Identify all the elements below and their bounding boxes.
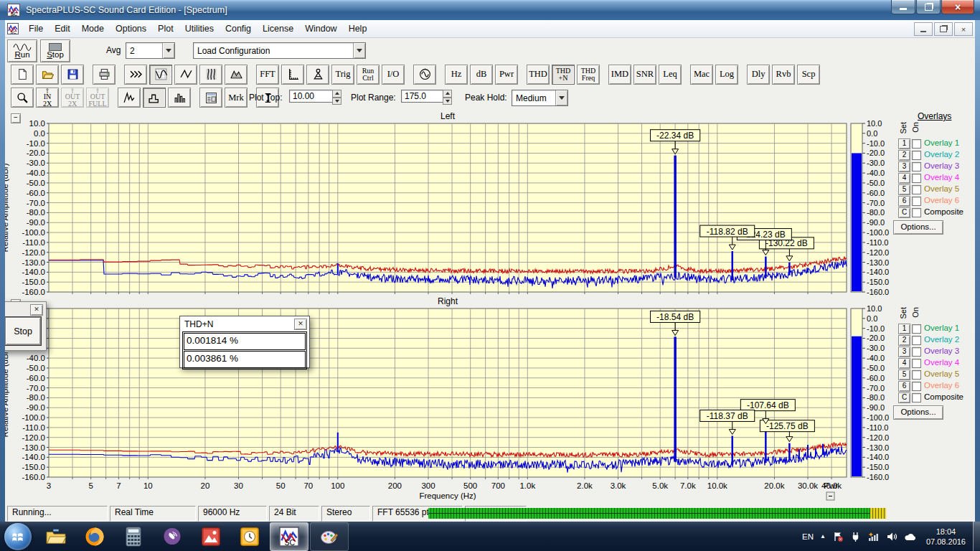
power-button[interactable]: Pwr	[495, 65, 518, 85]
avg-select[interactable]: 2	[126, 42, 175, 59]
signal-generator-button[interactable]	[413, 65, 436, 85]
save-button[interactable]	[61, 65, 84, 85]
close-button[interactable]: ×	[941, 0, 974, 14]
overlay-checkbox-2[interactable]	[912, 151, 921, 160]
taskbar-windows-explorer[interactable]	[37, 523, 75, 550]
clock[interactable]: 18:04 07.08.2016	[926, 527, 966, 547]
show-desktop-button[interactable]	[973, 522, 980, 551]
overlay-set-button-6[interactable]: 6	[898, 196, 910, 207]
menu-mode[interactable]: Mode	[76, 22, 110, 36]
overlays-options-button[interactable]: Options...	[893, 405, 943, 420]
macro-button[interactable]: Mac	[690, 65, 713, 85]
thdn-close-button[interactable]: ✕	[294, 319, 307, 330]
bar-display-button[interactable]	[143, 88, 166, 108]
overlay-checkbox-3[interactable]	[912, 347, 921, 357]
menu-help[interactable]: Help	[343, 22, 373, 36]
plot-top-spinner[interactable]	[332, 90, 341, 105]
plot-top-input[interactable]	[289, 90, 334, 103]
minimize-button[interactable]	[891, 0, 915, 14]
overlay-set-button-3[interactable]: 3	[898, 347, 910, 357]
delay-button[interactable]: Dly	[747, 65, 770, 85]
spectrogram-button[interactable]	[199, 65, 222, 85]
overlay-set-button-4[interactable]: 4	[898, 358, 910, 369]
overlay-checkbox-1[interactable]	[912, 139, 921, 149]
overlay-set-button-2[interactable]: 2	[898, 335, 910, 346]
histogram-button[interactable]	[168, 88, 191, 108]
overlay-checkbox-6[interactable]	[912, 382, 921, 391]
taskbar-picture-app[interactable]	[192, 523, 230, 550]
triggering-button[interactable]: Trig	[331, 65, 354, 85]
overlay-checkbox-C[interactable]	[912, 393, 921, 402]
action-center-flag-icon[interactable]	[832, 531, 844, 542]
menu-plot[interactable]: Plot	[152, 22, 179, 36]
mdi-restore-button[interactable]	[934, 22, 953, 36]
taskbar-calculator[interactable]	[115, 523, 152, 550]
zoom-out-full-button[interactable]: OUTFULL	[86, 88, 109, 108]
overlay-set-button-C[interactable]: C	[898, 392, 910, 403]
overlay-set-button-6[interactable]: 6	[898, 381, 910, 392]
taskbar-outlook[interactable]	[231, 523, 268, 550]
taskbar-paint[interactable]	[310, 522, 349, 551]
taskbar-viber[interactable]	[154, 523, 191, 550]
overlay-checkbox-2[interactable]	[912, 336, 921, 345]
menu-config[interactable]: Config	[220, 22, 257, 36]
overlay-checkbox-4[interactable]	[912, 174, 921, 183]
run-control-button[interactable]: RunCtrl	[357, 65, 380, 85]
load-configuration-select[interactable]: Load Configuration	[193, 42, 366, 59]
calibration-button[interactable]	[306, 65, 329, 85]
load-configuration-dropdown-arrow[interactable]	[353, 43, 365, 58]
overlay-set-button-3[interactable]: 3	[898, 161, 910, 172]
open-button[interactable]	[36, 65, 59, 85]
menu-window[interactable]: Window	[299, 22, 342, 36]
stop-window-stop-button[interactable]: Stop	[5, 317, 41, 345]
leq-button[interactable]: Leq	[659, 65, 682, 85]
print-button[interactable]	[93, 65, 116, 85]
scaling-button[interactable]	[281, 65, 304, 85]
scope-button[interactable]: Scp	[797, 65, 820, 85]
time-series-button[interactable]	[174, 65, 197, 85]
overlay-checkbox-1[interactable]	[912, 324, 921, 334]
restore-button[interactable]	[916, 0, 941, 14]
menu-file[interactable]: File	[23, 22, 49, 36]
menu-utilities[interactable]: Utilities	[179, 22, 220, 36]
overlay-checkbox-4[interactable]	[912, 359, 921, 368]
reverb-button[interactable]: Rvb	[772, 65, 795, 85]
mdi-close-button[interactable]: ×	[954, 22, 973, 36]
frequency-button[interactable]: Hz	[445, 65, 468, 85]
surface-plot-button[interactable]	[225, 65, 248, 85]
taskbar-firefox[interactable]	[76, 523, 113, 550]
overlay-checkbox-6[interactable]	[912, 197, 921, 206]
peak-hold-dropdown-arrow[interactable]	[555, 90, 567, 105]
zoom-button[interactable]	[11, 88, 34, 108]
logging-button[interactable]: Log	[715, 65, 738, 85]
overlay-set-button-5[interactable]: 5	[898, 369, 910, 380]
taskbar-spectraplus-sc[interactable]	[270, 522, 308, 551]
thd-n-button[interactable]: THD+N	[552, 65, 575, 85]
thd-freq-button[interactable]: THDFreq	[577, 65, 600, 85]
cloud-icon[interactable]	[904, 532, 917, 542]
run-button[interactable]: Run	[7, 39, 37, 62]
zoom-out-2x-button[interactable]: OUT2X	[61, 88, 84, 108]
speaker-icon[interactable]	[886, 531, 897, 542]
overlay-set-button-5[interactable]: 5	[898, 184, 910, 195]
new-button[interactable]	[11, 65, 34, 85]
thd-button[interactable]: THD	[527, 65, 550, 85]
markers-button[interactable]: Mrk	[225, 88, 248, 108]
zoom-in-2x-button[interactable]: IN2X	[36, 88, 59, 108]
overlay-set-button-1[interactable]: 1	[898, 138, 910, 149]
overlay-set-button-4[interactable]: 4	[898, 173, 910, 184]
plot-range-spinner[interactable]	[443, 90, 452, 105]
mdi-minimize-button[interactable]	[914, 22, 933, 36]
menu-license[interactable]: License	[257, 22, 299, 36]
stop-window-close-button[interactable]: ✕	[30, 304, 43, 316]
overlay-set-button-C[interactable]: C	[898, 207, 910, 218]
start-button[interactable]	[4, 523, 32, 550]
menu-edit[interactable]: Edit	[49, 22, 76, 36]
overlay-checkbox-C[interactable]	[912, 208, 921, 217]
overlays-options-button[interactable]: Options...	[893, 220, 943, 235]
plot-range-input[interactable]	[401, 90, 444, 103]
display-options-button[interactable]	[199, 88, 222, 108]
io-device-button[interactable]: I/O	[382, 65, 405, 85]
imd-button[interactable]: IMD	[608, 65, 631, 85]
peak-hold-select[interactable]: Medium	[512, 90, 568, 106]
